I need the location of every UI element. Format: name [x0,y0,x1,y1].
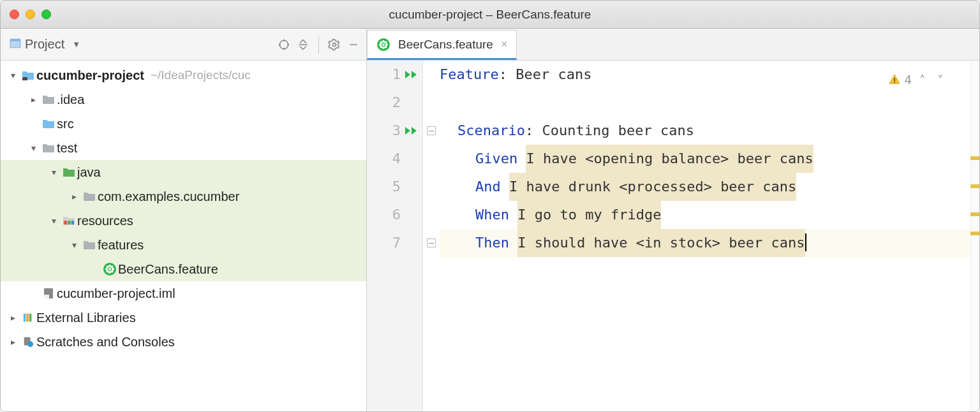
editor-tab-beercans[interactable]: BeerCans.feature × [367,30,517,60]
step-text: I should have <in stock> beer cans [517,229,805,257]
chevron-right-icon[interactable]: ▸ [6,337,20,347]
tree-node-test[interactable]: ▾ test [1,136,366,160]
text-caret [805,233,806,251]
tree-label: cucumber-project.iml [57,286,175,301]
chevron-down-icon[interactable]: ▾ [26,143,40,153]
locate-icon[interactable] [276,37,292,52]
project-panel-label[interactable]: Project [25,37,64,52]
kw-and: And [475,173,501,201]
svg-rect-16 [24,314,26,322]
cucumber-file-icon [375,38,392,51]
svg-point-2 [279,40,288,48]
svg-point-20 [27,341,33,347]
close-tab-icon[interactable]: × [500,38,509,51]
tree-node-scratches[interactable]: ▸ Scratches and Consoles [1,330,366,354]
editor-area: BeerCans.feature × 1 2 3 4 5 6 7 Feature [367,29,979,412]
module-icon [20,70,36,81]
code-text: : Beer cans [499,61,592,89]
chevron-down-icon[interactable]: ▾ [47,167,61,177]
project-view-icon [10,38,21,51]
tree-node-feature-file[interactable]: BeerCans.feature [1,257,366,281]
warning-count: 4 [905,66,912,94]
code-text: : Counting beer cans [525,117,694,145]
editor-tabs: BeerCans.feature × [367,29,979,61]
svg-rect-18 [29,314,32,322]
tree-node-idea[interactable]: ▸ .idea [1,87,366,112]
module-file-icon [40,288,57,299]
tree-node-iml[interactable]: cucumber-project.iml [1,281,366,305]
chevron-right-icon[interactable]: ▸ [26,94,40,105]
chevron-down-icon[interactable]: ▾ [6,70,20,80]
svg-rect-10 [22,77,27,80]
chevron-down-icon[interactable]: ▾ [67,240,81,250]
tree-node-features[interactable]: ▾ features [1,233,366,257]
package-icon [81,191,98,202]
tree-label: com.examples.cucumber [98,189,239,204]
tree-label: Scratches and Consoles [36,335,175,349]
kw-given: Given [475,145,517,173]
folder-icon [40,94,57,105]
cucumber-file-icon [101,263,118,276]
tree-node-src[interactable]: src [1,112,366,136]
window-title: cucumber-project – BeerCans.feature [1,8,979,22]
folder-icon [81,239,98,251]
editor-gutter[interactable]: 1 2 3 4 5 6 7 [367,61,423,412]
kw-feature: Feature [440,61,499,89]
svg-point-8 [333,43,336,46]
tree-node-java[interactable]: ▾ java [1,160,366,184]
tree-label: test [57,141,77,156]
fold-toggle-icon[interactable] [427,239,436,247]
step-text: I go to my fridge [517,201,661,229]
run-gutter-icon[interactable] [405,61,419,89]
svg-rect-11 [64,221,67,224]
tree-label: features [98,238,144,253]
svg-rect-21 [894,78,895,81]
svg-rect-12 [68,221,71,224]
tree-root-project[interactable]: ▾ cucumber-project ~/IdeaProjects/cuc [1,63,366,87]
chevron-right-icon[interactable]: ▸ [6,313,20,323]
scratches-icon [20,336,36,348]
chevron-up-icon[interactable]: ˄ [916,66,930,94]
test-source-folder-icon [61,166,77,178]
error-stripe[interactable] [970,61,979,412]
tree-label: .idea [57,92,84,107]
chevron-down-icon[interactable]: ˅ [933,66,947,94]
folder-icon [40,142,57,154]
step-text: I have drunk <processed> beer cans [509,173,796,201]
settings-icon[interactable] [327,37,342,52]
expand-all-icon[interactable] [295,37,311,52]
tree-label: External Libraries [36,311,136,325]
kw-scenario: Scenario [457,117,525,145]
hide-panel-icon[interactable] [346,37,361,52]
tab-label: BeerCans.feature [398,38,493,52]
run-gutter-icon[interactable] [405,117,419,145]
editor-body[interactable]: 1 2 3 4 5 6 7 Feature: Beer cans Scenari… [367,61,979,412]
project-path: ~/IdeaProjects/cuc [151,68,251,82]
tree-label: java [77,165,101,180]
svg-rect-13 [71,221,74,224]
kw-when: When [475,201,509,229]
kw-then: Then [475,229,509,257]
tree-node-external-libraries[interactable]: ▸ External Libraries [1,305,366,330]
tree-label: BeerCans.feature [118,262,218,277]
tree-node-resources[interactable]: ▾ resources [1,209,366,233]
test-resources-folder-icon [61,215,77,226]
svg-rect-17 [26,314,29,322]
fold-toggle-icon[interactable] [427,126,436,135]
svg-rect-22 [894,82,895,83]
editor-fold-column[interactable] [423,61,440,412]
chevron-right-icon[interactable]: ▸ [67,191,81,202]
warning-icon [888,73,901,86]
project-panel: Project ▼ ▾ cucumber-project ~/IdeaProje… [1,29,367,412]
project-panel-header: Project ▼ [1,29,366,61]
tree-label: resources [77,214,133,228]
tree-node-package[interactable]: ▸ com.examples.cucumber [1,184,366,209]
project-view-dropdown-icon[interactable]: ▼ [72,40,80,49]
project-tree[interactable]: ▾ cucumber-project ~/IdeaProjects/cuc ▸ … [1,61,366,354]
inspection-widget[interactable]: 4 ˄ ˅ [888,66,947,94]
tree-label: src [57,117,74,131]
project-name: cucumber-project [36,68,144,83]
source-folder-icon [40,118,57,129]
code-area[interactable]: Feature: Beer cans Scenario: Counting be… [440,61,979,412]
chevron-down-icon[interactable]: ▾ [47,216,61,226]
